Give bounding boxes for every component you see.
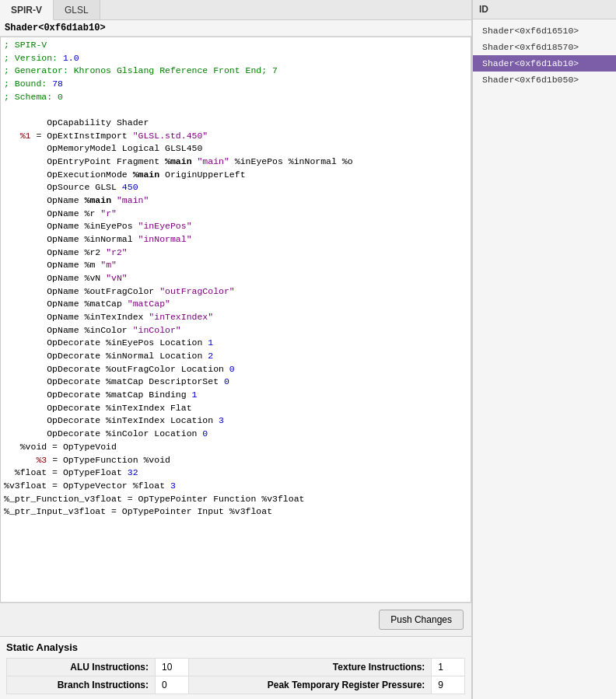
branch-value: 0 [156,676,189,694]
left-panel: SPIR-V GLSL Shader<0xf6d1ab10> ; SPIR-V … [0,0,472,699]
shader-item-3[interactable]: Shader<0xf6d1b050> [473,72,616,88]
right-panel: ID Shader<0xf6d16510> Shader<0xf6d18570>… [472,0,616,699]
stats-row-1: ALU Instructions: 10 Texture Instruction… [7,659,465,676]
static-analysis-section: Static Analysis ALU Instructions: 10 Tex… [0,636,471,699]
peak-value: 9 [432,676,465,694]
shader-list: Shader<0xf6d16510> Shader<0xf6d18570> Sh… [473,19,616,91]
peak-label: Peak Temporary Register Pressure: [189,676,432,694]
shader-item-2[interactable]: Shader<0xf6d1ab10> [473,55,616,72]
texture-label: Texture Instructions: [189,659,432,676]
code-editor[interactable]: ; SPIR-V ; Version: 1.0 ; Generator: Khr… [0,37,471,603]
stats-table: ALU Instructions: 10 Texture Instruction… [6,658,465,694]
tab-glsl[interactable]: GLSL [54,0,100,19]
alu-label: ALU Instructions: [7,659,156,676]
shader-title: Shader<0xf6d1ab10> [0,20,471,37]
shader-item-1[interactable]: Shader<0xf6d18570> [473,39,616,55]
branch-label: Branch Instructions: [7,676,156,694]
tabs-bar: SPIR-V GLSL [0,0,471,20]
push-btn-row: Push Changes [0,603,471,636]
texture-value: 1 [432,659,465,676]
alu-value: 10 [156,659,189,676]
static-analysis-title: Static Analysis [6,641,465,653]
tab-spirv[interactable]: SPIR-V [0,0,54,20]
stats-row-2: Branch Instructions: 0 Peak Temporary Re… [7,676,465,694]
right-panel-header: ID [473,0,616,19]
shader-item-0[interactable]: Shader<0xf6d16510> [473,23,616,39]
main-container: SPIR-V GLSL Shader<0xf6d1ab10> ; SPIR-V … [0,0,616,699]
push-changes-button[interactable]: Push Changes [379,610,464,630]
